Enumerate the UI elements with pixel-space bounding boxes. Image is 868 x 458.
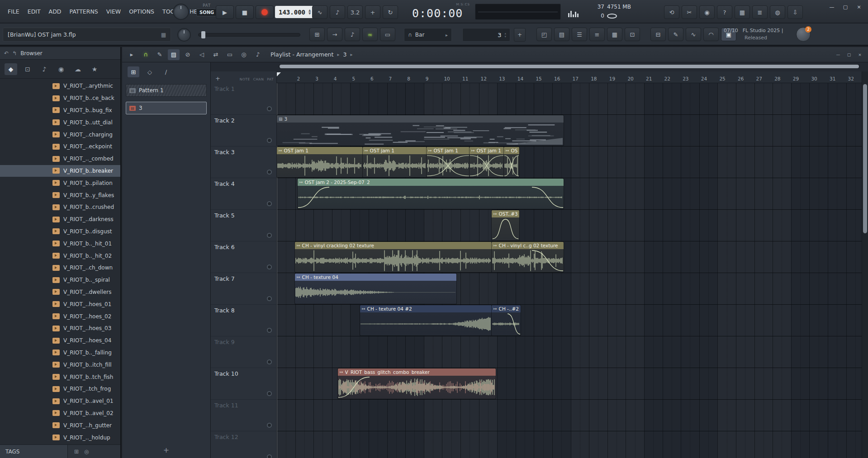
browser-item[interactable]: V_RIOT_b..tch_fish	[0, 371, 120, 383]
loop-record-icon[interactable]: ↻	[383, 5, 398, 19]
browser-item[interactable]: V_RIOT_..charging	[0, 128, 120, 141]
timeline-ruler[interactable]: 2345678910111213141516171819202122232425…	[277, 71, 862, 83]
track-arm-button[interactable]	[267, 454, 272, 458]
track-header[interactable]: Track 11	[211, 400, 276, 431]
add-arrangement-button[interactable]: +	[514, 28, 526, 42]
mode-chan-label[interactable]: CHAN	[253, 77, 264, 81]
search-icon[interactable]: ◎	[84, 449, 89, 455]
track-header[interactable]: Track 4	[211, 178, 276, 210]
playlist-close-icon[interactable]: ×	[855, 51, 864, 58]
audio-tab-icon[interactable]: ♪	[38, 63, 51, 75]
browser-item[interactable]: V_RIOT_..eckpoint	[0, 141, 120, 153]
arrangement-selector[interactable]: 3 ▴▾	[462, 28, 510, 42]
view-playlist-icon[interactable]: ◰	[536, 28, 552, 41]
track-header[interactable]: Track 9	[211, 336, 276, 368]
mode-note-label[interactable]: NOTE	[240, 77, 250, 81]
browser-item[interactable]: V_RIOT_b..pilation	[0, 177, 120, 189]
pattern-item[interactable]: ▤3	[126, 102, 207, 114]
back-icon[interactable]: ↶	[4, 50, 9, 57]
menu-edit[interactable]: EDIT	[24, 8, 45, 15]
browser-item[interactable]: V_RIOT_b..bug_fix	[0, 104, 120, 117]
browser-item[interactable]: V_RIOT_..ch_down	[0, 262, 120, 274]
online-tab-icon[interactable]: ◉	[55, 63, 67, 75]
record-button[interactable]	[256, 5, 274, 19]
cut-icon[interactable]: ✂	[682, 5, 697, 19]
track-arm-button[interactable]	[267, 138, 272, 143]
vertical-scrollbar[interactable]	[862, 71, 868, 458]
clip-audio[interactable]: ↦OST jam 2 - 2025-Sep-07_2	[298, 179, 564, 209]
clip-audio[interactable]: ↦OST jam 1	[427, 147, 470, 177]
track-header[interactable]: Track 12	[211, 431, 276, 458]
master-pitch-slider[interactable]	[198, 33, 300, 37]
browser-item[interactable]: V_RIOT_b..ce_back	[0, 92, 120, 104]
track-arm-button[interactable]	[267, 328, 272, 333]
close-icon[interactable]: ×	[854, 3, 864, 11]
time-display[interactable]: M:S:CS 0:00:00	[409, 2, 473, 21]
add-track-button[interactable]: +	[215, 75, 220, 82]
horizontal-scrollbar[interactable]	[279, 64, 860, 69]
track-header[interactable]: Track 2	[211, 115, 276, 146]
draw-icon[interactable]: ✎	[668, 28, 683, 41]
browser-item[interactable]: V_RIOT_..darkness	[0, 213, 120, 226]
stamp-icon[interactable]: ▭	[380, 28, 395, 41]
slip-icon[interactable]: ⇄	[210, 49, 222, 60]
clip-audio[interactable]: ↦V_RIOT_bass_glitch_combo_breaker	[338, 368, 496, 399]
view-browser-icon[interactable]: ▦	[607, 28, 622, 41]
wave-icon[interactable]: ∿	[312, 5, 327, 19]
browser-item[interactable]: V_RIOT_b..y_flakes	[0, 189, 120, 201]
playlist-grid[interactable]: ▤3↦OST jam 1↦OST jam 1↦OST jam 1↦OST jam…	[277, 83, 862, 458]
track-arm-button[interactable]	[267, 391, 272, 396]
automation-icon[interactable]: ∿	[686, 28, 701, 41]
track-header[interactable]: Track 6	[211, 241, 276, 273]
view-plugins-icon[interactable]: ⊡	[625, 28, 640, 41]
help-icon[interactable]: ?	[717, 5, 732, 19]
tools-icon[interactable]: ⊟	[650, 28, 666, 41]
link-icon[interactable]: ∞	[362, 28, 378, 41]
browser-item[interactable]: V_RIOT_..h_gutter	[0, 419, 120, 431]
clip-audio[interactable]: ↦OST jam 1	[470, 147, 504, 177]
playlist-arrangement-number[interactable]: 3	[343, 51, 346, 58]
up-icon[interactable]: ↰	[12, 50, 17, 57]
pencil-icon[interactable]: ✎	[154, 49, 166, 60]
zoom-icon[interactable]: ◎	[238, 49, 250, 60]
curve-icon[interactable]: ◠	[703, 28, 719, 41]
browser-item[interactable]: V_RIOT_b.._falling	[0, 347, 120, 359]
browser-item[interactable]: V_RIOT_.._combed	[0, 153, 120, 165]
view-piano-roll-icon[interactable]: ▤	[554, 28, 569, 41]
mic-icon[interactable]: ◉	[699, 5, 715, 19]
tempo-display[interactable]: 143.000 ▲▼	[275, 6, 314, 18]
playhead-marker[interactable]	[277, 72, 281, 76]
browser-item[interactable]: V_RIOT_b..crushed	[0, 201, 120, 213]
select-icon[interactable]: ▭	[224, 49, 236, 60]
chat-icon[interactable]: ◍	[770, 5, 785, 19]
track-header[interactable]: Track 8	[211, 305, 276, 336]
track-header[interactable]: Track 1	[211, 83, 276, 115]
view-channel-rack-icon[interactable]: ☰	[572, 28, 587, 41]
snap-magnet-icon[interactable]: ∩	[140, 49, 152, 60]
metronome-icon[interactable]: ♪	[330, 5, 345, 19]
tags-button[interactable]: TAGS	[0, 445, 68, 458]
track-arm-button[interactable]	[267, 264, 272, 269]
browser-item[interactable]: V_RIOT_b..breaker	[0, 165, 120, 177]
browser-item[interactable]: V_RIOT_b..disgust	[0, 226, 120, 238]
browser-item[interactable]: V_RIOT_..hoes_03	[0, 322, 120, 335]
preview-icon[interactable]: ♪	[252, 49, 264, 60]
track-header[interactable]: Track 3	[211, 146, 276, 178]
clip-audio[interactable]: ↦CH -..#2	[492, 305, 521, 335]
clip-audio[interactable]: ↦CH - texture 04 #2	[360, 305, 492, 335]
fl-logo[interactable]: 2	[796, 27, 811, 42]
main-volume-knob[interactable]	[173, 4, 189, 20]
browser-item[interactable]: V_RIOT_b..utt_dial	[0, 116, 120, 128]
save-icon[interactable]: ▦	[735, 5, 750, 19]
arrangement-spinner[interactable]: ▴▾	[504, 32, 506, 38]
track-arm-button[interactable]	[267, 359, 272, 364]
slice-icon[interactable]: ∕	[160, 66, 172, 77]
clip-audio[interactable]: ↦CH - texture 04	[295, 274, 456, 304]
step-grid-icon[interactable]: ⊞	[309, 28, 325, 41]
menu-patterns[interactable]: PATTERNS	[65, 8, 102, 15]
clip-audio[interactable]: ↦OST jam 1	[363, 147, 427, 177]
delete-icon[interactable]: ⊘	[182, 49, 194, 60]
project-title-box[interactable]: [BrianWu] OST jam 3.flp ▦	[3, 28, 171, 42]
horizontal-scroll-thumb[interactable]	[280, 65, 859, 68]
playlist-minimize-icon[interactable]: —	[834, 51, 843, 58]
